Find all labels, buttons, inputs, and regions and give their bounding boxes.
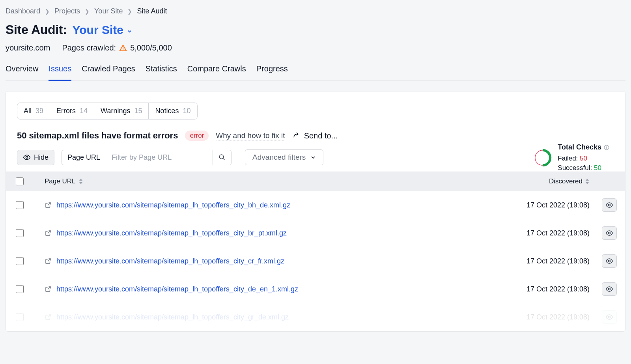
external-link-icon[interactable] <box>45 258 52 265</box>
breadcrumb-item[interactable]: Projects <box>54 7 80 15</box>
chevron-right-icon: ❯ <box>85 8 90 15</box>
column-discovered[interactable]: Discovered <box>503 177 594 185</box>
project-name: Your Site <box>73 23 123 37</box>
search-icon <box>218 154 226 161</box>
error-badge: error <box>185 131 209 141</box>
view-button[interactable] <box>602 226 617 240</box>
pages-crawled: Pages crawled: 5,000/5,000 <box>62 43 172 52</box>
tab-progress[interactable]: Progress <box>256 63 288 81</box>
send-to-label: Send to... <box>304 131 338 140</box>
search-button[interactable] <box>213 150 231 165</box>
select-all-checkbox[interactable] <box>16 177 24 185</box>
filter-all-label: All <box>24 107 32 115</box>
page-url-link[interactable]: https://www.yoursite.com/sitemap/sitemap… <box>56 285 298 293</box>
url-filter-prefix[interactable]: Page URL <box>62 150 106 165</box>
external-link-icon[interactable] <box>45 202 52 209</box>
eye-icon <box>605 285 613 293</box>
issue-type-filter: All 39 Errors 14 Warnings 15 Notices 10 <box>17 103 198 119</box>
filter-notices-count: 10 <box>183 107 191 115</box>
row-checkbox[interactable] <box>16 201 24 209</box>
row-checkbox[interactable] <box>16 285 24 293</box>
filter-warnings-label: Warnings <box>101 107 130 115</box>
why-link[interactable]: Why and how to fix it <box>216 131 285 140</box>
filter-errors-count: 14 <box>80 107 88 115</box>
tab-compare-crawls[interactable]: Compare Crawls <box>187 63 246 81</box>
sub-info-row: yoursite.com Pages crawled: 5,000/5,000 <box>6 43 625 63</box>
advanced-filters-button[interactable]: Advanced filters <box>245 149 323 165</box>
page-title: Site Audit: <box>6 22 67 37</box>
total-checks: Total Checks Failed: 50 Successful: 50 <box>533 143 609 172</box>
info-icon[interactable] <box>604 145 609 150</box>
issue-header: 50 sitemap.xml files have format errors … <box>6 131 625 149</box>
column-url[interactable]: Page URL <box>34 177 503 185</box>
advanced-filters-label: Advanced filters <box>252 153 306 162</box>
successful-line: Successful: 50 <box>558 164 609 172</box>
hide-label: Hide <box>34 153 49 162</box>
page-title-row: Site Audit: Your Site ⌄ <box>6 22 625 43</box>
discovered-date: 17 Oct 2022 (19:08) <box>503 201 594 209</box>
svg-point-9 <box>606 146 607 146</box>
tab-overview[interactable]: Overview <box>6 63 38 81</box>
eye-icon <box>605 257 613 265</box>
row-checkbox[interactable] <box>16 257 24 265</box>
svg-point-11 <box>609 232 610 234</box>
total-checks-title: Total Checks <box>558 143 609 151</box>
svg-point-13 <box>609 288 610 290</box>
svg-point-2 <box>26 157 28 159</box>
failed-line: Failed: 50 <box>558 155 609 162</box>
project-dropdown[interactable]: Your Site ⌄ <box>73 23 133 37</box>
discovered-date: 17 Oct 2022 (19:08) <box>503 285 594 293</box>
external-link-icon[interactable] <box>45 230 52 237</box>
hide-button[interactable]: Hide <box>17 150 54 165</box>
table-row: https://www.yoursite.com/sitemap/sitemap… <box>6 191 625 219</box>
tab-issues[interactable]: Issues <box>49 63 71 81</box>
chevron-down-icon: ⌄ <box>127 26 133 34</box>
filter-errors[interactable]: Errors 14 <box>50 103 94 119</box>
tab-statistics[interactable]: Statistics <box>146 63 177 81</box>
page-url-link[interactable]: https://www.yoursite.com/sitemap/sitemap… <box>56 257 284 265</box>
view-button[interactable] <box>602 198 617 212</box>
chevron-down-icon <box>310 155 316 160</box>
toolbar-wrap: Hide Page URL Advanced filters <box>6 149 625 172</box>
breadcrumb-item[interactable]: Your Site <box>94 7 123 15</box>
svg-point-1 <box>123 49 123 50</box>
page-url-link[interactable]: https://www.yoursite.com/sitemap/sitemap… <box>56 201 290 209</box>
svg-point-10 <box>609 204 610 206</box>
discovered-date: 17 Oct 2022 (19:08) <box>503 313 594 321</box>
filter-notices[interactable]: Notices 10 <box>149 103 197 119</box>
row-checkbox[interactable] <box>16 313 24 321</box>
tab-crawled-pages[interactable]: Crawled Pages <box>82 63 135 81</box>
url-filter-group: Page URL <box>62 150 231 165</box>
discovered-date: 17 Oct 2022 (19:08) <box>503 229 594 237</box>
svg-point-14 <box>609 316 610 318</box>
breadcrumb-item[interactable]: Dashboard <box>6 7 40 15</box>
breadcrumb: Dashboard ❯ Projects ❯ Your Site ❯ Site … <box>6 4 625 22</box>
external-link-icon[interactable] <box>45 286 52 293</box>
domain-label: yoursite.com <box>6 43 50 52</box>
page-url-link[interactable]: https://www.yoursite.com/sitemap/sitemap… <box>56 313 289 321</box>
filter-errors-label: Errors <box>56 107 76 115</box>
eye-icon <box>605 201 613 209</box>
table-header: Page URL Discovered <box>6 172 625 191</box>
send-to-button[interactable]: Send to... <box>292 131 338 140</box>
row-checkbox[interactable] <box>16 229 24 237</box>
discovered-date: 17 Oct 2022 (19:08) <box>503 257 594 265</box>
svg-point-3 <box>219 155 224 159</box>
view-button[interactable] <box>602 254 617 268</box>
filter-warnings-count: 15 <box>134 107 142 115</box>
breadcrumb-current: Site Audit <box>137 7 167 15</box>
external-link-icon[interactable] <box>45 314 52 321</box>
warning-icon <box>119 44 127 52</box>
filter-all[interactable]: All 39 <box>17 103 50 119</box>
filter-notices-label: Notices <box>155 107 179 115</box>
filter-warnings[interactable]: Warnings 15 <box>94 103 149 119</box>
url-filter-input[interactable] <box>106 150 213 165</box>
page-url-link[interactable]: https://www.yoursite.com/sitemap/sitemap… <box>56 229 287 237</box>
view-button[interactable] <box>602 310 617 324</box>
filter-toolbar: Hide Page URL Advanced filters <box>17 149 614 165</box>
view-button[interactable] <box>602 282 617 296</box>
sort-icon <box>585 179 590 184</box>
pages-crawled-label: Pages crawled: <box>62 43 116 52</box>
donut-chart-icon <box>533 148 552 167</box>
chevron-right-icon: ❯ <box>45 8 50 15</box>
